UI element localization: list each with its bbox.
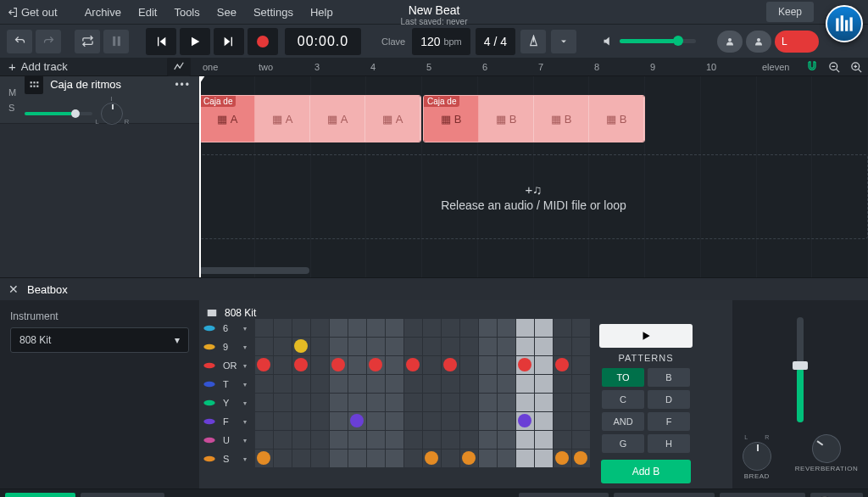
skip-back-button[interactable] xyxy=(146,28,176,55)
sequencer-cell[interactable] xyxy=(348,431,366,449)
sequencer-cell[interactable] xyxy=(516,412,534,430)
sequencer-cell[interactable] xyxy=(479,356,497,374)
sequencer-cell[interactable] xyxy=(572,431,590,449)
add-user-button[interactable] xyxy=(717,31,743,53)
sequencer-cell[interactable] xyxy=(255,338,273,355)
drum-sound-icon[interactable] xyxy=(199,431,220,450)
sounds-button[interactable]: ◉ BandLab Sounds xyxy=(614,493,715,498)
metronome-icon[interactable] xyxy=(520,30,546,53)
sequencer-cell[interactable] xyxy=(498,356,515,374)
sequencer-cell[interactable] xyxy=(554,431,571,449)
sequencer-cell[interactable] xyxy=(516,394,534,411)
sequencer-cell[interactable] xyxy=(386,319,403,337)
sequencer-cell[interactable] xyxy=(460,338,478,355)
instrument-tab[interactable]: ▮ Instrument xyxy=(5,493,75,498)
live-pill[interactable]: L xyxy=(775,31,819,53)
zoom-in-icon[interactable] xyxy=(848,59,865,75)
sequencer-cell[interactable] xyxy=(292,412,310,430)
drum-sound-menu[interactable]: ▾ xyxy=(243,418,252,426)
sequencer-cell[interactable] xyxy=(460,356,478,374)
sequencer-cell[interactable] xyxy=(255,319,273,337)
pattern-cell[interactable]: C xyxy=(602,390,644,409)
sequencer-cell[interactable] xyxy=(516,431,534,449)
sequencer-cell[interactable] xyxy=(498,431,515,449)
sequencer-cell[interactable] xyxy=(460,431,478,449)
sequencer-cell[interactable] xyxy=(479,338,497,355)
master-volume-slider[interactable] xyxy=(620,39,696,43)
skip-fwd-button[interactable] xyxy=(214,28,244,55)
track-name[interactable]: Caja de ritmos xyxy=(50,78,121,91)
sequencer-cell[interactable] xyxy=(330,450,348,467)
sequencer-cell[interactable] xyxy=(274,412,292,430)
track-pan-knob[interactable] xyxy=(101,103,123,125)
sequencer-cell[interactable] xyxy=(404,431,422,449)
sequencer-cell[interactable] xyxy=(516,375,534,393)
sequencer-cell[interactable] xyxy=(386,431,403,449)
horizontal-scrollbar[interactable] xyxy=(199,267,309,274)
track-menu-button[interactable]: ••• xyxy=(175,79,191,91)
pattern-cell[interactable]: G xyxy=(602,434,644,453)
record-button[interactable] xyxy=(248,28,278,55)
sequencer-cell[interactable] xyxy=(423,412,441,430)
letters-notes-button[interactable]: ✎ Letters / Notes xyxy=(519,493,609,498)
sequencer-cell[interactable] xyxy=(572,394,590,411)
sequencer-cell[interactable] xyxy=(367,319,385,337)
dropdown-button[interactable] xyxy=(551,30,576,53)
sequencer-cell[interactable] xyxy=(386,450,403,467)
user-avatar[interactable] xyxy=(746,31,771,53)
sequencer-cell[interactable] xyxy=(292,431,310,449)
add-track-button[interactable]: +Add track xyxy=(8,59,68,74)
sequencer-cell[interactable] xyxy=(348,394,366,411)
sequencer-cell[interactable] xyxy=(479,394,497,411)
sequencer-cell[interactable] xyxy=(386,356,403,374)
metronome-button[interactable] xyxy=(103,30,129,53)
drum-sound-icon[interactable] xyxy=(199,375,220,394)
pattern-cell[interactable]: TO xyxy=(602,368,644,387)
sequencer-cell[interactable] xyxy=(404,394,422,411)
sequencer-cell[interactable] xyxy=(572,375,590,393)
add-pattern-button[interactable]: Add B xyxy=(601,460,691,483)
automation-button[interactable] xyxy=(167,58,191,76)
sequencer-cell[interactable] xyxy=(498,394,515,411)
sequencer-cell[interactable] xyxy=(572,450,590,467)
sequencer-cell[interactable] xyxy=(442,394,459,411)
drum-sound-icon[interactable] xyxy=(199,319,220,338)
sequencer-cell[interactable] xyxy=(348,375,366,393)
pattern-cell[interactable]: F xyxy=(648,412,690,431)
sequencer-cell[interactable] xyxy=(367,431,385,449)
sequencer-cell[interactable] xyxy=(554,319,571,337)
play-button[interactable] xyxy=(180,28,210,55)
sequencer-cell[interactable] xyxy=(404,319,422,337)
sequencer-cell[interactable] xyxy=(311,319,329,337)
sequencer-cell[interactable] xyxy=(535,319,553,337)
reverb-knob[interactable] xyxy=(806,428,846,468)
effects-tab[interactable]: Fx Effects edit xyxy=(81,493,165,498)
drum-sound-icon[interactable] xyxy=(199,338,220,356)
sequencer-cell[interactable] xyxy=(479,375,497,393)
drum-sound-icon[interactable] xyxy=(199,412,220,431)
sequencer-cell[interactable] xyxy=(348,412,366,430)
undo-button[interactable] xyxy=(7,30,32,53)
sequencer-cell[interactable] xyxy=(404,450,422,467)
sequencer-cell[interactable] xyxy=(442,375,459,393)
sequencer-cell[interactable] xyxy=(274,375,292,393)
sequencer-cell[interactable] xyxy=(498,412,515,430)
pattern-cell[interactable]: B xyxy=(648,368,690,387)
mute-button[interactable]: M xyxy=(8,87,16,98)
drum-sound-menu[interactable]: ▾ xyxy=(243,362,252,370)
sequencer-cell[interactable] xyxy=(554,412,571,430)
sequencer-cell[interactable] xyxy=(442,356,459,374)
sequencer-cell[interactable] xyxy=(516,356,534,374)
sequencer-cell[interactable] xyxy=(255,450,273,467)
sequencer-cell[interactable] xyxy=(460,319,478,337)
drop-hint[interactable]: +♫ Release an audio / MIDI file or loop xyxy=(199,154,868,239)
sequencer-cell[interactable] xyxy=(442,431,459,449)
sequencer-cell[interactable] xyxy=(554,338,571,355)
sequencer-cell[interactable] xyxy=(348,338,366,355)
drum-sound-menu[interactable]: ▾ xyxy=(243,455,252,463)
sequencer-cell[interactable] xyxy=(386,338,403,355)
sequencer-cell[interactable] xyxy=(348,319,366,337)
redo-button[interactable] xyxy=(36,30,61,53)
drum-sound-icon[interactable] xyxy=(199,450,220,468)
sequencer-cell[interactable] xyxy=(554,450,571,467)
